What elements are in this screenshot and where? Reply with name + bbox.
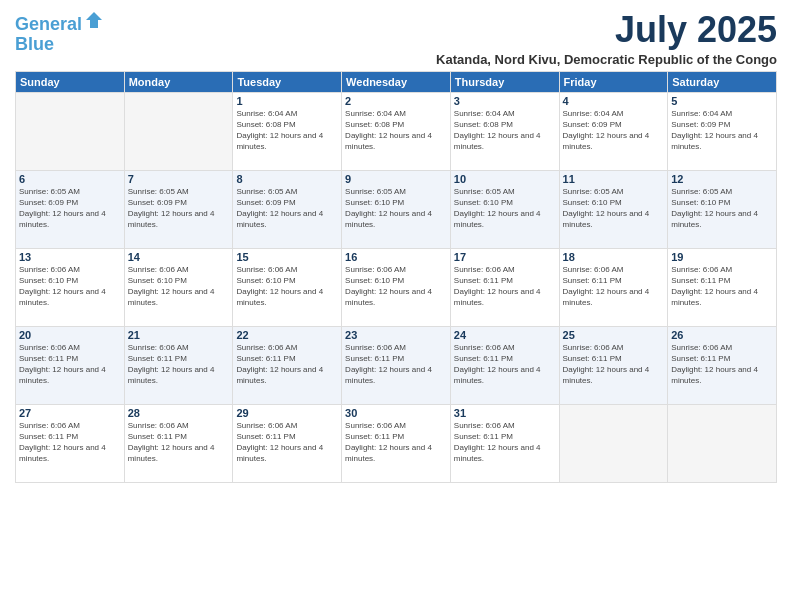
svg-marker-0	[86, 12, 102, 28]
table-row: 22Sunrise: 6:06 AMSunset: 6:11 PMDayligh…	[233, 326, 342, 404]
day-info: Sunrise: 6:05 AMSunset: 6:10 PMDaylight:…	[671, 186, 773, 231]
title-block: July 2025 Katanda, Nord Kivu, Democratic…	[436, 10, 777, 67]
table-row: 8Sunrise: 6:05 AMSunset: 6:09 PMDaylight…	[233, 170, 342, 248]
day-info: Sunrise: 6:06 AMSunset: 6:11 PMDaylight:…	[454, 342, 556, 387]
table-row: 13Sunrise: 6:06 AMSunset: 6:10 PMDayligh…	[16, 248, 125, 326]
logo-text: General	[15, 10, 104, 35]
location: Katanda, Nord Kivu, Democratic Republic …	[436, 52, 777, 67]
day-info: Sunrise: 6:06 AMSunset: 6:11 PMDaylight:…	[671, 264, 773, 309]
day-number: 27	[19, 407, 121, 419]
day-number: 17	[454, 251, 556, 263]
logo-icon	[84, 10, 104, 30]
day-info: Sunrise: 6:06 AMSunset: 6:10 PMDaylight:…	[128, 264, 230, 309]
table-row: 20Sunrise: 6:06 AMSunset: 6:11 PMDayligh…	[16, 326, 125, 404]
table-row: 25Sunrise: 6:06 AMSunset: 6:11 PMDayligh…	[559, 326, 668, 404]
table-row: 4Sunrise: 6:04 AMSunset: 6:09 PMDaylight…	[559, 92, 668, 170]
day-info: Sunrise: 6:05 AMSunset: 6:10 PMDaylight:…	[345, 186, 447, 231]
calendar-week-5: 27Sunrise: 6:06 AMSunset: 6:11 PMDayligh…	[16, 404, 777, 482]
day-info: Sunrise: 6:05 AMSunset: 6:10 PMDaylight:…	[454, 186, 556, 231]
table-row	[16, 92, 125, 170]
day-number: 2	[345, 95, 447, 107]
table-row: 1Sunrise: 6:04 AMSunset: 6:08 PMDaylight…	[233, 92, 342, 170]
day-number: 31	[454, 407, 556, 419]
day-info: Sunrise: 6:05 AMSunset: 6:09 PMDaylight:…	[19, 186, 121, 231]
day-number: 24	[454, 329, 556, 341]
table-row: 10Sunrise: 6:05 AMSunset: 6:10 PMDayligh…	[450, 170, 559, 248]
day-number: 9	[345, 173, 447, 185]
logo: General Blue	[15, 10, 104, 55]
table-row: 30Sunrise: 6:06 AMSunset: 6:11 PMDayligh…	[342, 404, 451, 482]
table-row: 2Sunrise: 6:04 AMSunset: 6:08 PMDaylight…	[342, 92, 451, 170]
table-row: 16Sunrise: 6:06 AMSunset: 6:10 PMDayligh…	[342, 248, 451, 326]
col-monday: Monday	[124, 71, 233, 92]
day-number: 30	[345, 407, 447, 419]
day-info: Sunrise: 6:06 AMSunset: 6:11 PMDaylight:…	[345, 420, 447, 465]
logo-blue: Blue	[15, 35, 104, 55]
day-number: 11	[563, 173, 665, 185]
calendar-table: Sunday Monday Tuesday Wednesday Thursday…	[15, 71, 777, 483]
day-info: Sunrise: 6:06 AMSunset: 6:11 PMDaylight:…	[236, 342, 338, 387]
day-info: Sunrise: 6:06 AMSunset: 6:11 PMDaylight:…	[563, 342, 665, 387]
table-row: 18Sunrise: 6:06 AMSunset: 6:11 PMDayligh…	[559, 248, 668, 326]
day-number: 14	[128, 251, 230, 263]
day-info: Sunrise: 6:05 AMSunset: 6:09 PMDaylight:…	[236, 186, 338, 231]
day-number: 16	[345, 251, 447, 263]
day-info: Sunrise: 6:06 AMSunset: 6:11 PMDaylight:…	[454, 264, 556, 309]
day-number: 6	[19, 173, 121, 185]
day-number: 19	[671, 251, 773, 263]
calendar-page: General Blue July 2025 Katanda, Nord Kiv…	[0, 0, 792, 612]
day-number: 4	[563, 95, 665, 107]
day-number: 5	[671, 95, 773, 107]
day-number: 23	[345, 329, 447, 341]
day-info: Sunrise: 6:06 AMSunset: 6:11 PMDaylight:…	[345, 342, 447, 387]
table-row: 12Sunrise: 6:05 AMSunset: 6:10 PMDayligh…	[668, 170, 777, 248]
calendar-header-row: Sunday Monday Tuesday Wednesday Thursday…	[16, 71, 777, 92]
day-info: Sunrise: 6:06 AMSunset: 6:11 PMDaylight:…	[19, 342, 121, 387]
table-row: 19Sunrise: 6:06 AMSunset: 6:11 PMDayligh…	[668, 248, 777, 326]
day-number: 22	[236, 329, 338, 341]
day-info: Sunrise: 6:04 AMSunset: 6:09 PMDaylight:…	[671, 108, 773, 153]
table-row: 31Sunrise: 6:06 AMSunset: 6:11 PMDayligh…	[450, 404, 559, 482]
day-info: Sunrise: 6:04 AMSunset: 6:08 PMDaylight:…	[236, 108, 338, 153]
month-year: July 2025	[436, 10, 777, 50]
day-info: Sunrise: 6:05 AMSunset: 6:09 PMDaylight:…	[128, 186, 230, 231]
calendar-week-3: 13Sunrise: 6:06 AMSunset: 6:10 PMDayligh…	[16, 248, 777, 326]
col-tuesday: Tuesday	[233, 71, 342, 92]
table-row: 14Sunrise: 6:06 AMSunset: 6:10 PMDayligh…	[124, 248, 233, 326]
day-number: 7	[128, 173, 230, 185]
day-info: Sunrise: 6:06 AMSunset: 6:11 PMDaylight:…	[563, 264, 665, 309]
table-row: 27Sunrise: 6:06 AMSunset: 6:11 PMDayligh…	[16, 404, 125, 482]
logo-general: General	[15, 14, 82, 34]
calendar-week-2: 6Sunrise: 6:05 AMSunset: 6:09 PMDaylight…	[16, 170, 777, 248]
col-saturday: Saturday	[668, 71, 777, 92]
table-row: 6Sunrise: 6:05 AMSunset: 6:09 PMDaylight…	[16, 170, 125, 248]
day-info: Sunrise: 6:06 AMSunset: 6:11 PMDaylight:…	[236, 420, 338, 465]
table-row: 15Sunrise: 6:06 AMSunset: 6:10 PMDayligh…	[233, 248, 342, 326]
day-number: 25	[563, 329, 665, 341]
day-number: 3	[454, 95, 556, 107]
day-info: Sunrise: 6:05 AMSunset: 6:10 PMDaylight:…	[563, 186, 665, 231]
table-row: 26Sunrise: 6:06 AMSunset: 6:11 PMDayligh…	[668, 326, 777, 404]
col-sunday: Sunday	[16, 71, 125, 92]
day-info: Sunrise: 6:06 AMSunset: 6:11 PMDaylight:…	[128, 342, 230, 387]
day-info: Sunrise: 6:06 AMSunset: 6:11 PMDaylight:…	[454, 420, 556, 465]
header: General Blue July 2025 Katanda, Nord Kiv…	[15, 10, 777, 67]
table-row: 17Sunrise: 6:06 AMSunset: 6:11 PMDayligh…	[450, 248, 559, 326]
day-info: Sunrise: 6:06 AMSunset: 6:11 PMDaylight:…	[128, 420, 230, 465]
table-row: 11Sunrise: 6:05 AMSunset: 6:10 PMDayligh…	[559, 170, 668, 248]
table-row: 24Sunrise: 6:06 AMSunset: 6:11 PMDayligh…	[450, 326, 559, 404]
table-row	[559, 404, 668, 482]
table-row: 7Sunrise: 6:05 AMSunset: 6:09 PMDaylight…	[124, 170, 233, 248]
day-info: Sunrise: 6:06 AMSunset: 6:10 PMDaylight:…	[345, 264, 447, 309]
day-number: 8	[236, 173, 338, 185]
day-number: 26	[671, 329, 773, 341]
day-info: Sunrise: 6:06 AMSunset: 6:10 PMDaylight:…	[19, 264, 121, 309]
calendar-week-1: 1Sunrise: 6:04 AMSunset: 6:08 PMDaylight…	[16, 92, 777, 170]
calendar-week-4: 20Sunrise: 6:06 AMSunset: 6:11 PMDayligh…	[16, 326, 777, 404]
day-info: Sunrise: 6:04 AMSunset: 6:08 PMDaylight:…	[454, 108, 556, 153]
day-number: 10	[454, 173, 556, 185]
table-row: 5Sunrise: 6:04 AMSunset: 6:09 PMDaylight…	[668, 92, 777, 170]
day-info: Sunrise: 6:04 AMSunset: 6:08 PMDaylight:…	[345, 108, 447, 153]
table-row: 28Sunrise: 6:06 AMSunset: 6:11 PMDayligh…	[124, 404, 233, 482]
table-row: 3Sunrise: 6:04 AMSunset: 6:08 PMDaylight…	[450, 92, 559, 170]
